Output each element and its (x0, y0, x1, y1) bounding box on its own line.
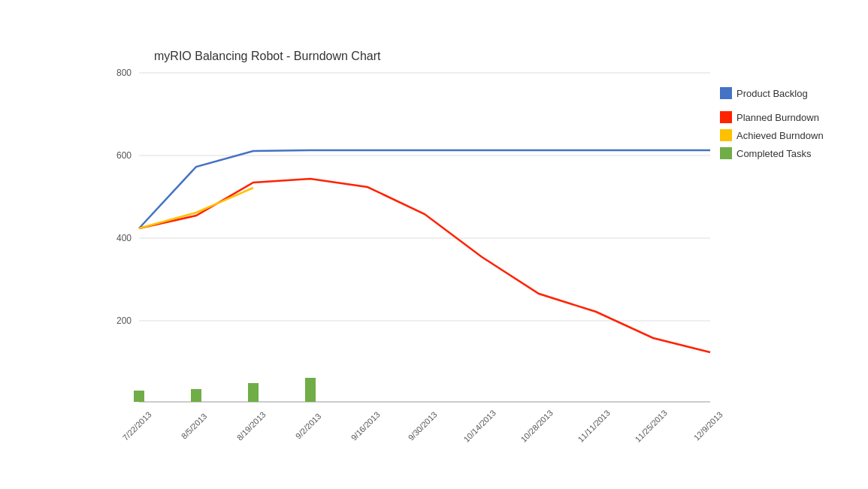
x-label-2: 8/19/2013 (235, 410, 268, 442)
legend-label-product-backlog: Product Backlog (736, 88, 808, 99)
x-label-8: 11/11/2013 (576, 408, 611, 443)
legend-label-completed-tasks: Completed Tasks (736, 148, 812, 159)
x-label-9: 11/25/2013 (633, 408, 668, 443)
chart-title: myRIO Balancing Robot - Burndown Chart (154, 50, 381, 62)
y-label-200: 200 (116, 315, 132, 326)
x-label-0: 7/22/2013 (121, 410, 153, 442)
legend-label-achieved-burndown: Achieved Burndown (736, 130, 824, 141)
x-label-7: 10/28/2013 (519, 408, 554, 443)
legend-label-planned-burndown: Planned Burndown (736, 112, 819, 123)
x-label-5: 9/30/2013 (407, 410, 439, 442)
completed-bar-1 (191, 389, 201, 402)
completed-bar-0 (134, 391, 144, 402)
legend-box-completed-tasks (720, 147, 732, 159)
product-backlog-line (139, 150, 710, 228)
x-label-10: 12/9/2013 (692, 410, 724, 442)
x-label-4: 9/16/2013 (349, 410, 382, 442)
chart-container: myRIO Balancing Robot - Burndown Chart 8… (0, 0, 868, 489)
legend-box-product-backlog (720, 87, 732, 99)
x-label-6: 10/14/2013 (461, 408, 497, 443)
y-label-800: 800 (116, 68, 132, 78)
legend-box-planned-burndown (720, 111, 732, 123)
y-label-600: 600 (116, 150, 132, 161)
x-label-1: 8/5/2013 (180, 412, 209, 441)
legend-box-achieved-burndown (720, 129, 732, 141)
achieved-burndown-line (139, 188, 253, 228)
completed-bar-3 (305, 378, 316, 402)
planned-burndown-line (139, 179, 710, 352)
y-label-400: 400 (116, 233, 132, 243)
completed-bar-2 (248, 383, 259, 402)
x-label-3: 9/2/2013 (294, 412, 323, 441)
